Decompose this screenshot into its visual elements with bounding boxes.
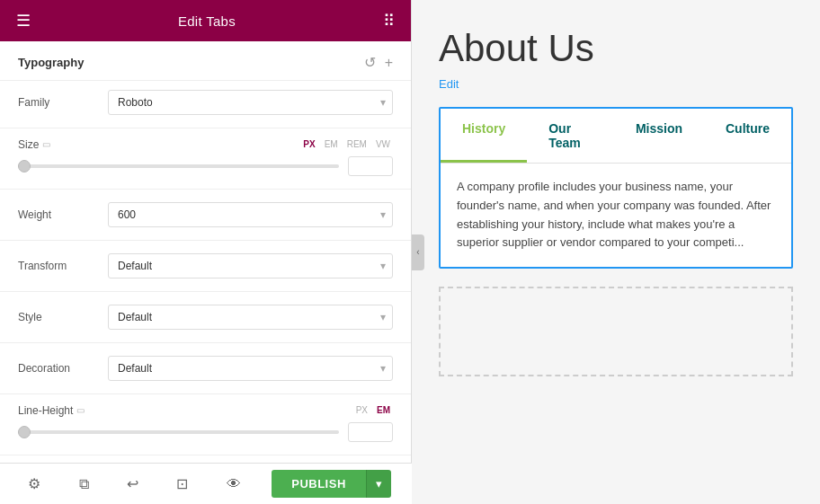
style-row: Style DefaultNormalItalicOblique ▾ (0, 296, 411, 339)
panel-content: Typography ↺ + Family Roboto Arial (0, 41, 411, 504)
preview-button[interactable]: 👁 (219, 473, 248, 496)
size-unit-px[interactable]: PX (300, 137, 317, 151)
hamburger-icon: ☰ (16, 11, 31, 31)
size-monitor-icon: ▭ (42, 139, 50, 149)
size-value-input[interactable] (348, 156, 393, 176)
publish-group: PUBLISH ▾ (272, 470, 391, 498)
collapse-handle[interactable]: ‹ (412, 234, 424, 270)
size-unit-em[interactable]: EM (322, 137, 341, 151)
publish-dropdown-icon: ▾ (376, 477, 382, 491)
tab-mission[interactable]: Mission (614, 109, 704, 163)
collapse-icon: ‹ (416, 247, 419, 257)
line-height-value-input[interactable] (348, 422, 393, 442)
plus-icon: + (385, 55, 393, 71)
line-height-slider[interactable] (18, 430, 339, 434)
family-select[interactable]: Roboto Arial Georgia Times New Roman Ver… (108, 90, 393, 115)
size-label: Size ▭ (18, 138, 99, 151)
line-height-unit-px[interactable]: PX (353, 403, 370, 417)
decoration-select[interactable]: DefaultNoneUnderlineOverlineLine-through (108, 356, 393, 381)
grid-icon-button[interactable]: ⠿ (381, 9, 397, 32)
size-row: Size ▭ PX EM REM VW (0, 132, 411, 153)
tab-content: A company profile includes your business… (441, 164, 791, 267)
weight-select[interactable]: 100200300 400500600 700800900 (108, 202, 393, 227)
reset-button[interactable]: ↺ (364, 54, 376, 71)
weight-label: Weight (18, 208, 99, 221)
reset-icon: ↺ (364, 54, 376, 71)
page-title: About Us (439, 27, 793, 70)
weight-select-wrapper: 100200300 400500600 700800900 ▾ (108, 202, 393, 227)
eye-icon: 👁 (227, 476, 241, 492)
transform-label: Transform (18, 260, 99, 272)
tab-our-team[interactable]: Our Team (527, 109, 614, 163)
typography-title: Typography (18, 56, 84, 69)
layers-button[interactable]: ⧉ (72, 473, 96, 496)
layers-icon: ⧉ (79, 476, 89, 492)
transform-select[interactable]: DefaultUppercaseLowercaseCapitalize (108, 253, 393, 279)
style-select-wrapper: DefaultNormalItalicOblique ▾ (108, 305, 393, 330)
empty-section (439, 287, 793, 376)
panel-title: Edit Tabs (178, 13, 236, 29)
typography-section-header: Typography ↺ + (0, 41, 411, 81)
tabs-nav: History Our Team Mission Culture (441, 109, 791, 164)
responsive-button[interactable]: ⊡ (169, 472, 195, 496)
style-select[interactable]: DefaultNormalItalicOblique (108, 305, 393, 330)
size-slider-row (0, 153, 411, 185)
transform-select-wrapper: DefaultUppercaseLowercaseCapitalize ▾ (108, 253, 393, 279)
top-bar: ☰ Edit Tabs ⠿ (0, 0, 411, 41)
right-panel: About Us Edit History Our Team Mission C… (412, 0, 820, 504)
gear-icon: ⚙ (28, 475, 40, 492)
menu-button[interactable]: ☰ (14, 9, 32, 32)
decoration-row: Decoration DefaultNoneUnderlineOverlineL… (0, 347, 411, 390)
family-label: Family (18, 96, 99, 109)
style-label: Style (18, 311, 99, 323)
bottom-bar: ⚙ ⧉ ↩ ⊡ 👁 PUBLISH ▾ (0, 463, 412, 504)
size-unit-vw[interactable]: VW (373, 137, 393, 151)
section-header-actions: ↺ + (364, 54, 393, 71)
decoration-select-wrapper: DefaultNoneUnderlineOverlineLine-through… (108, 356, 393, 381)
weight-row: Weight 100200300 400500600 700800900 ▾ (0, 193, 411, 236)
line-height-monitor-icon: ▭ (76, 405, 85, 415)
family-select-wrapper: Roboto Arial Georgia Times New Roman Ver… (108, 90, 393, 115)
transform-row: Transform DefaultUppercaseLowercaseCapit… (0, 244, 411, 287)
line-height-slider-row (0, 419, 411, 451)
publish-button[interactable]: PUBLISH (272, 470, 366, 498)
grid-icon: ⠿ (383, 11, 395, 31)
size-unit-rem[interactable]: REM (344, 137, 370, 151)
page-content: About Us Edit History Our Team Mission C… (412, 0, 820, 504)
history-icon: ↩ (127, 475, 138, 492)
line-height-units: PX EM (353, 403, 393, 417)
size-units: PX EM REM VW (300, 137, 393, 151)
publish-dropdown-button[interactable]: ▾ (366, 470, 391, 498)
add-button[interactable]: + (385, 55, 393, 71)
line-height-row: Line-Height ▭ PX EM (0, 398, 411, 419)
tabs-widget: History Our Team Mission Culture A compa… (439, 107, 793, 269)
family-row: Family Roboto Arial Georgia Times New Ro… (0, 81, 411, 124)
line-height-label: Line-Height ▭ (18, 404, 99, 417)
history-button[interactable]: ↩ (120, 472, 146, 496)
tab-history[interactable]: History (441, 109, 527, 163)
tab-culture[interactable]: Culture (704, 109, 791, 163)
size-slider[interactable] (18, 164, 339, 168)
decoration-label: Decoration (18, 362, 99, 375)
responsive-icon: ⊡ (176, 475, 188, 492)
settings-button[interactable]: ⚙ (21, 472, 48, 496)
line-height-unit-em[interactable]: EM (374, 403, 393, 417)
left-panel: ☰ Edit Tabs ⠿ Typography ↺ + (0, 0, 412, 504)
edit-link[interactable]: Edit (439, 77, 459, 91)
